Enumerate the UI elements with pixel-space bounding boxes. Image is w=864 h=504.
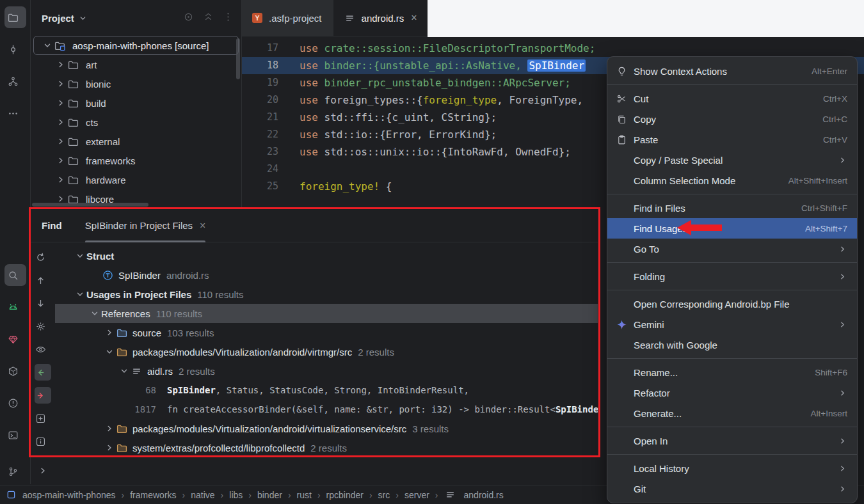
find-result-node[interactable]: source103 results xyxy=(55,323,598,342)
chevron-expanded-icon[interactable] xyxy=(102,347,116,357)
gear-button[interactable] xyxy=(35,318,51,335)
breadcrumb-item[interactable]: android.rs xyxy=(444,489,504,501)
menu-item-folding[interactable]: Folding xyxy=(607,266,857,287)
project-tree-item[interactable]: external xyxy=(31,132,241,151)
menu-item-refactor[interactable]: Refactor xyxy=(607,382,857,403)
down-button[interactable] xyxy=(35,295,51,311)
find-result-node[interactable]: Struct xyxy=(55,246,598,265)
android-tool-button[interactable] xyxy=(4,296,26,318)
next-button[interactable] xyxy=(35,387,51,404)
menu-item-search-with-google[interactable]: Search with Google xyxy=(607,335,857,355)
chevron-down-icon[interactable] xyxy=(79,14,87,22)
close-tab-icon[interactable]: × xyxy=(411,13,417,23)
chevron-collapsed-icon[interactable] xyxy=(102,327,116,338)
chevron-collapsed-icon[interactable] xyxy=(54,98,67,108)
eye-button[interactable] xyxy=(35,341,51,358)
package-tool-button[interactable] xyxy=(4,360,26,382)
rerun-button[interactable] xyxy=(35,249,51,265)
menu-item-column-selection-mode[interactable]: Column Selection ModeAlt+Shift+Insert xyxy=(607,170,857,191)
breadcrumb-item[interactable]: binder xyxy=(257,490,282,500)
chevron-collapsed-icon[interactable] xyxy=(54,175,67,185)
menu-item-show-context-actions[interactable]: Show Context ActionsAlt+Enter xyxy=(607,61,857,81)
locate-file-icon[interactable] xyxy=(183,12,194,24)
chevron-expanded-icon[interactable] xyxy=(88,308,101,319)
chevron-expanded-icon[interactable] xyxy=(73,251,86,261)
problems-tool-button[interactable] xyxy=(4,392,26,414)
breadcrumb-item[interactable]: native xyxy=(191,490,214,500)
usage-result-line[interactable]: 68SpIBinder, Status, StatusCode, Strong,… xyxy=(55,381,598,400)
chevron-expanded-icon[interactable] xyxy=(117,366,131,376)
chevron-expanded-icon[interactable] xyxy=(40,40,54,51)
structure-tool-button[interactable] xyxy=(4,70,26,92)
chevron-collapsed-icon[interactable] xyxy=(54,59,67,70)
breadcrumb-item[interactable]: src xyxy=(378,490,390,500)
project-tree-item[interactable]: aosp-main-with-phones [source] xyxy=(33,36,239,55)
project-tree-item[interactable]: build xyxy=(31,93,241,113)
menu-item-cut[interactable]: CutCtrl+X xyxy=(607,88,857,109)
gem-tool-button[interactable] xyxy=(4,328,26,350)
find-result-node[interactable]: References110 results xyxy=(55,304,598,323)
find-result-node[interactable]: SpIBinderandroid.rs xyxy=(55,265,598,285)
horizontal-scrollbar[interactable] xyxy=(32,203,148,207)
menu-item-open-corresponding-android-bp-file[interactable]: Open Corresponding Android.bp File xyxy=(607,294,857,314)
hide-panel-icon[interactable] xyxy=(223,12,234,24)
chevron-collapsed-icon[interactable] xyxy=(102,423,116,434)
git-branch-tool-button[interactable] xyxy=(4,461,26,482)
newtab-button[interactable] xyxy=(35,410,51,427)
chevron-collapsed-icon[interactable] xyxy=(54,117,67,127)
breadcrumb-item[interactable]: rust xyxy=(297,490,312,500)
chevron-collapsed-icon[interactable] xyxy=(54,136,67,146)
project-tree-item[interactable]: cts xyxy=(31,113,241,132)
usage-result-line[interactable]: 1817fn createAccessorBinder(&self, name:… xyxy=(55,400,598,419)
prev-button[interactable] xyxy=(35,364,51,381)
editor-tab-android-rs[interactable]: android.rs× xyxy=(333,0,428,36)
find-result-node[interactable]: Usages in Project Files110 results xyxy=(55,285,598,304)
find-result-node[interactable]: packages/modules/Virtualization/android/… xyxy=(55,419,598,438)
menu-item-go-to[interactable]: Go To xyxy=(607,239,857,259)
find-tool-button[interactable] xyxy=(4,264,26,286)
find-result-node[interactable]: system/extras/profcollectd/libprofcollec… xyxy=(55,438,598,457)
project-tree-item[interactable]: hardware xyxy=(31,170,241,189)
collapsed-node-chevron-icon[interactable] xyxy=(38,466,47,477)
menu-item-rename[interactable]: Rename...Shift+F6 xyxy=(607,362,857,382)
menu-item-gemini[interactable]: Gemini xyxy=(607,314,857,335)
breadcrumb-item[interactable]: libs xyxy=(229,490,243,500)
terminal-tool-button[interactable] xyxy=(4,424,26,446)
menu-item-generate[interactable]: Generate...Alt+Insert xyxy=(607,403,857,423)
find-result-node[interactable]: aidl.rs2 results xyxy=(55,361,598,381)
editor-line[interactable]: 17use crate::session::FileDescriptorTran… xyxy=(242,40,864,57)
project-tree-item[interactable]: bionic xyxy=(31,74,241,93)
menu-item-find-usages[interactable]: Find UsagesAlt+Shift+7 xyxy=(607,218,857,239)
chevron-collapsed-icon[interactable] xyxy=(102,443,116,453)
breadcrumb-item[interactable]: aosp-main-with-phones xyxy=(22,490,116,500)
menu-item-copy-paste-special[interactable]: Copy / Paste Special xyxy=(607,150,857,170)
breadcrumb-item[interactable]: rpcbinder xyxy=(326,490,364,500)
workspace-icon[interactable] xyxy=(6,490,16,500)
chevron-expanded-icon[interactable] xyxy=(73,289,86,299)
more-tool-windows-button[interactable] xyxy=(4,102,26,124)
find-result-node[interactable]: packages/modules/Virtualization/android/… xyxy=(55,342,598,361)
vertical-scrollbar[interactable] xyxy=(236,38,240,79)
chevron-collapsed-icon[interactable] xyxy=(54,79,67,89)
find-results-tab[interactable]: SpIBinder in Project Files × xyxy=(85,209,206,242)
project-panel-title[interactable]: Project xyxy=(42,13,74,24)
menu-item-git[interactable]: Git xyxy=(607,478,857,499)
copy-icon xyxy=(616,114,634,125)
breadcrumb-item[interactable]: frameworks xyxy=(130,490,176,500)
menu-item-paste[interactable]: PasteCtrl+V xyxy=(607,129,857,150)
menu-item-copy[interactable]: CopyCtrl+C xyxy=(607,109,857,129)
up-button[interactable] xyxy=(35,272,51,288)
project-tool-button[interactable] xyxy=(4,6,26,28)
chevron-collapsed-icon[interactable] xyxy=(54,155,67,166)
project-tree-item[interactable]: art xyxy=(31,55,241,74)
collapse-all-icon[interactable] xyxy=(203,12,214,24)
close-icon[interactable]: × xyxy=(200,220,205,232)
info-button[interactable] xyxy=(35,433,51,450)
menu-item-local-history[interactable]: Local History xyxy=(607,458,857,478)
commit-tool-button[interactable] xyxy=(4,38,26,60)
editor-tab-asfp-project[interactable]: Y.asfp-project xyxy=(242,0,333,36)
menu-item-open-in[interactable]: Open In xyxy=(607,430,857,451)
project-tree-item[interactable]: frameworks xyxy=(31,151,241,170)
menu-item-find-in-files[interactable]: Find in FilesCtrl+Shift+F xyxy=(607,198,857,218)
breadcrumb-item[interactable]: server xyxy=(404,490,429,500)
